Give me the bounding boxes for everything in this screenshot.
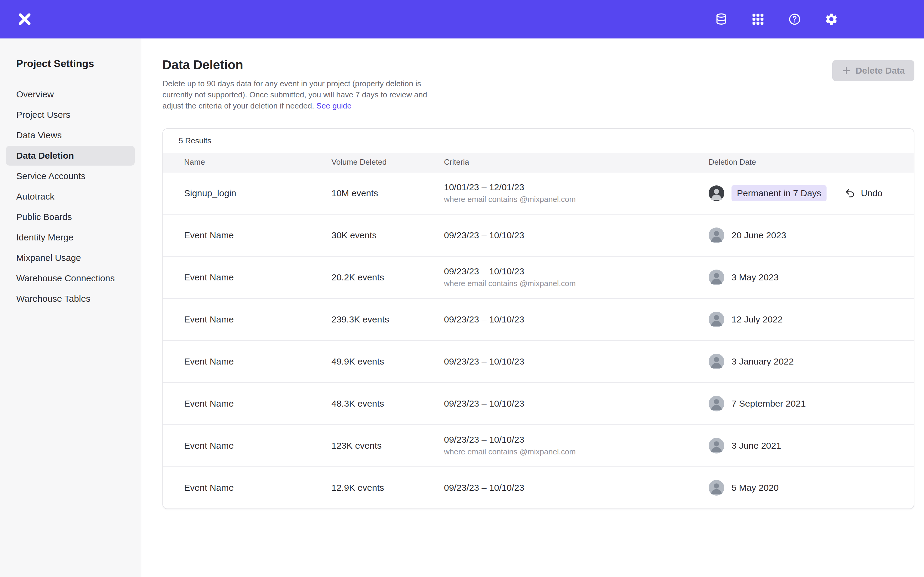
- delete-data-button-label: Delete Data: [856, 66, 905, 76]
- row-criteria-cell: 09/23/23 – 10/10/23: [444, 356, 709, 367]
- undo-icon: [845, 188, 855, 199]
- row-criteria-cell: 09/23/23 – 10/10/23: [444, 230, 709, 240]
- user-avatar: [709, 227, 724, 243]
- row-deletion-date: 20 June 2023: [732, 230, 786, 240]
- page-layout: Project Settings Overview Project Users …: [0, 39, 924, 577]
- user-avatar: [709, 480, 724, 496]
- row-criteria-cell: 10/01/23 – 12/01/23 where email contains…: [444, 182, 709, 204]
- row-volume: 30K events: [331, 230, 444, 240]
- table-row: Signup_login 10M events 10/01/23 – 12/01…: [163, 172, 914, 214]
- row-deletion-date: 5 May 2020: [732, 483, 779, 493]
- results-count: 5 Results: [163, 129, 914, 153]
- row-name: Signup_login: [184, 188, 331, 198]
- row-deletion-date-cell: 3 May 2023: [709, 269, 914, 285]
- mixpanel-logo-icon: [17, 11, 32, 27]
- row-name: Event Name: [184, 314, 331, 324]
- data-icon[interactable]: [714, 12, 729, 26]
- table-row: Event Name 123K events 09/23/23 – 10/10/…: [163, 424, 914, 466]
- help-icon[interactable]: [787, 12, 802, 26]
- table-row: Event Name 30K events 09/23/23 – 10/10/2…: [163, 214, 914, 256]
- row-criteria: 09/23/23 – 10/10/23: [444, 230, 709, 240]
- row-criteria: 09/23/23 – 10/10/23: [444, 266, 709, 276]
- row-deletion-date-cell: 20 June 2023: [709, 227, 914, 243]
- row-deletion-date: 3 May 2023: [732, 272, 779, 282]
- row-deletion-date-cell: 3 January 2022: [709, 354, 914, 369]
- user-avatar: [709, 354, 724, 369]
- page-title: Data Deletion: [162, 58, 435, 72]
- title-block: Data Deletion Delete up to 90 days data …: [162, 58, 435, 111]
- row-volume: 10M events: [331, 188, 444, 198]
- row-deletion-date: 3 January 2022: [732, 356, 794, 367]
- user-avatar: [709, 438, 724, 453]
- topbar-actions: [714, 12, 838, 26]
- row-volume: 49.9K events: [331, 356, 444, 367]
- row-deletion-date: 3 June 2021: [732, 440, 781, 451]
- column-header-deletion-date: Deletion Date: [709, 158, 914, 167]
- row-volume: 12.9K events: [331, 483, 444, 493]
- row-deletion-date-cell: 12 July 2022: [709, 312, 914, 327]
- page-description-text: Delete up to 90 days data for any event …: [162, 79, 427, 110]
- row-criteria-filter: where email contains @mixpanel.com: [444, 447, 709, 456]
- user-avatar: [709, 312, 724, 327]
- undo-button[interactable]: Undo: [845, 188, 882, 199]
- sidebar-item-service-accounts[interactable]: Service Accounts: [6, 166, 135, 186]
- table-row: Event Name 49.9K events 09/23/23 – 10/10…: [163, 340, 914, 382]
- row-criteria-cell: 09/23/23 – 10/10/23: [444, 483, 709, 493]
- row-name: Event Name: [184, 230, 331, 240]
- table-row: Event Name 239.3K events 09/23/23 – 10/1…: [163, 298, 914, 340]
- table-row: Event Name 20.2K events 09/23/23 – 10/10…: [163, 256, 914, 298]
- settings-icon[interactable]: [824, 12, 838, 26]
- row-deletion-date: 7 September 2021: [732, 398, 806, 409]
- row-criteria: 09/23/23 – 10/10/23: [444, 435, 709, 445]
- row-deletion-date-cell: 3 June 2021: [709, 438, 914, 453]
- see-guide-link[interactable]: See guide: [317, 101, 352, 110]
- table-header: Name Volume Deleted Criteria Deletion Da…: [163, 153, 914, 172]
- column-header-criteria: Criteria: [444, 158, 709, 167]
- sidebar-item-warehouse-connections[interactable]: Warehouse Connections: [6, 268, 135, 288]
- user-avatar: [709, 269, 724, 285]
- table-row: Event Name 12.9K events 09/23/23 – 10/10…: [163, 466, 914, 508]
- row-name: Event Name: [184, 356, 331, 367]
- table-row: Event Name 48.3K events 09/23/23 – 10/10…: [163, 382, 914, 424]
- sidebar: Project Settings Overview Project Users …: [0, 39, 141, 577]
- row-deletion-date-cell: 5 May 2020: [709, 480, 914, 496]
- sidebar-title: Project Settings: [0, 58, 141, 84]
- row-volume: 123K events: [331, 440, 444, 451]
- row-criteria-cell: 09/23/23 – 10/10/23 where email contains…: [444, 435, 709, 456]
- row-deletion-date: 12 July 2022: [732, 314, 783, 324]
- row-criteria-filter: where email contains @mixpanel.com: [444, 195, 709, 204]
- sidebar-item-project-users[interactable]: Project Users: [6, 105, 135, 125]
- sidebar-item-warehouse-tables[interactable]: Warehouse Tables: [6, 289, 135, 309]
- row-criteria: 09/23/23 – 10/10/23: [444, 483, 709, 493]
- row-criteria: 09/23/23 – 10/10/23: [444, 356, 709, 367]
- row-criteria-cell: 09/23/23 – 10/10/23: [444, 398, 709, 409]
- row-criteria: 09/23/23 – 10/10/23: [444, 398, 709, 409]
- row-volume: 48.3K events: [331, 398, 444, 409]
- row-deletion-date-cell: 7 September 2021: [709, 396, 914, 411]
- topbar: [0, 0, 924, 39]
- apps-grid-icon[interactable]: [751, 12, 765, 26]
- row-volume: 20.2K events: [331, 272, 444, 282]
- main-header: Data Deletion Delete up to 90 days data …: [162, 58, 914, 111]
- row-criteria: 10/01/23 – 12/01/23: [444, 182, 709, 192]
- sidebar-item-identity-merge[interactable]: Identity Merge: [6, 227, 135, 247]
- sidebar-item-data-deletion[interactable]: Data Deletion: [6, 146, 135, 166]
- column-header-volume-deleted: Volume Deleted: [331, 158, 444, 167]
- user-avatar: [709, 396, 724, 411]
- undo-button-label: Undo: [861, 188, 882, 198]
- row-criteria-cell: 09/23/23 – 10/10/23 where email contains…: [444, 266, 709, 288]
- row-criteria: 09/23/23 – 10/10/23: [444, 314, 709, 324]
- row-name: Event Name: [184, 483, 331, 493]
- sidebar-item-autotrack[interactable]: Autotrack: [6, 187, 135, 206]
- row-name: Event Name: [184, 272, 331, 282]
- results-card: 5 Results Name Volume Deleted Criteria D…: [162, 128, 914, 509]
- page-description: Delete up to 90 days data for any event …: [162, 78, 435, 111]
- pending-deletion-badge: Permanent in 7 Days: [732, 185, 827, 201]
- row-criteria-cell: 09/23/23 – 10/10/23: [444, 314, 709, 324]
- sidebar-item-mixpanel-usage[interactable]: Mixpanel Usage: [6, 248, 135, 268]
- mixpanel-logo[interactable]: [17, 11, 32, 27]
- sidebar-item-data-views[interactable]: Data Views: [6, 125, 135, 145]
- sidebar-item-public-boards[interactable]: Public Boards: [6, 207, 135, 227]
- delete-data-button[interactable]: Delete Data: [832, 60, 914, 81]
- sidebar-item-overview[interactable]: Overview: [6, 84, 135, 104]
